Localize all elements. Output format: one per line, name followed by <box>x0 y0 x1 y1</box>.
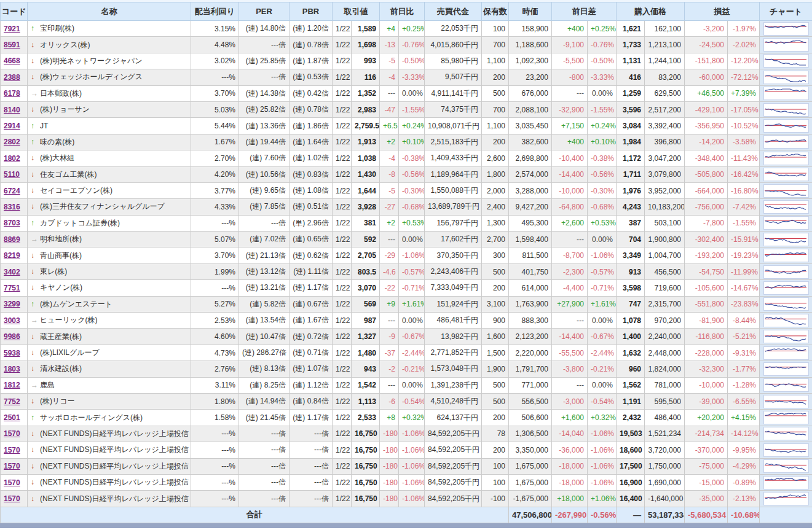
price-sparkline <box>763 459 809 473</box>
stock-code-link[interactable]: 5110 <box>4 170 20 179</box>
purchase-unit-price: 4,243 <box>617 199 645 215</box>
down-arrow-icon: ↓ <box>31 332 40 341</box>
market-value: 556,500 <box>509 393 552 409</box>
purchase-price: 1,750,000 <box>645 458 685 474</box>
purchase-unit-price: 3,598 <box>617 280 645 296</box>
pbr-value: (連) 1.17倍 <box>290 410 333 426</box>
stock-code-link[interactable]: 1570 <box>4 446 20 454</box>
stock-code-link[interactable]: 6178 <box>4 89 20 98</box>
stock-code-link[interactable]: 1802 <box>4 154 20 163</box>
stock-name-cell: ↓(株)三井住友フィナンシャルグループ <box>28 199 191 215</box>
stock-row: 4668↓(株)明光ネットワークジャパン3.02%(連) 25.85倍(連) 1… <box>1 53 812 69</box>
day-diff-pct: +0.25% <box>588 21 617 37</box>
trade-date: 1/22 <box>333 329 352 345</box>
dividend-yield: 3.15% <box>191 21 239 37</box>
stock-code-link[interactable]: 1570 <box>4 429 20 438</box>
stock-name: 味の素(株) <box>40 138 74 146</box>
purchase-unit-price: 1,984 <box>617 134 645 150</box>
market-value: 2,088,100 <box>509 101 552 117</box>
stock-code-link[interactable]: 1803 <box>4 365 20 373</box>
price-sparkline <box>763 38 809 52</box>
day-diff: -55,500 <box>552 345 588 360</box>
dividend-yield: 3.70% <box>191 85 239 101</box>
day-change: -27 <box>380 199 399 215</box>
dividend-yield: 5.27% <box>191 296 239 312</box>
trading-volume: 85,980千円 <box>425 53 482 69</box>
stock-code-link[interactable]: 7752 <box>4 397 20 406</box>
price-sparkline <box>763 119 809 133</box>
day-diff-pct: +0.24% <box>588 118 617 134</box>
day-change-pct: -0.50% <box>399 53 425 69</box>
stock-row: 5938↓(株)LIXILグループ4.73%(連) 286.27倍(連) 0.7… <box>1 345 812 360</box>
chart-cell <box>760 263 812 279</box>
stock-code-cell: 1570 <box>1 458 28 474</box>
holdings: 200 <box>482 69 509 85</box>
profit-loss-pct: -6.55% <box>728 393 760 409</box>
down-arrow-icon: ↓ <box>31 364 40 373</box>
stock-code-link[interactable]: 7921 <box>4 25 20 33</box>
stock-code-link[interactable]: 8316 <box>4 203 20 211</box>
trade-date: 1/22 <box>333 474 352 490</box>
day-diff: -18,000 <box>552 474 588 490</box>
day-diff: +1,600 <box>552 410 588 426</box>
purchase-price: 3,392,400 <box>645 118 685 134</box>
dividend-yield: ---% <box>191 426 239 442</box>
holdings: 1,300 <box>482 215 509 231</box>
stock-code-link[interactable]: 2914 <box>4 122 20 130</box>
stock-name-cell: ↑(株)ムゲンエステート <box>28 296 191 312</box>
per-value: (連) 10.56倍 <box>239 166 290 182</box>
stock-code-link[interactable]: 1570 <box>4 494 20 503</box>
day-diff: -4,400 <box>552 280 588 296</box>
profit-loss-pct: -9.95% <box>728 442 760 458</box>
stock-code-link[interactable]: 9986 <box>4 332 20 341</box>
dividend-yield: 1.80% <box>191 393 239 409</box>
trading-volume: 370,350千円 <box>425 247 482 263</box>
down-arrow-icon: ↓ <box>31 283 40 292</box>
trading-volume: 156,797千円 <box>425 215 482 231</box>
stock-code-link[interactable]: 8869 <box>4 235 20 244</box>
stock-name-cell: ↓(株)リコー <box>28 393 191 409</box>
trade-price: 116 <box>352 69 380 85</box>
day-diff: --- <box>552 232 588 247</box>
holdings: 200 <box>482 410 509 426</box>
stock-code-link[interactable]: 2501 <box>4 413 20 422</box>
pbr-value: (連) 0.42倍 <box>290 85 333 101</box>
purchase-price: 2,448,000 <box>645 345 685 360</box>
per-value: ---倍 <box>239 458 290 474</box>
pbr-value: (連) 1.02倍 <box>290 150 333 166</box>
stock-code-link[interactable]: 8140 <box>4 106 20 114</box>
trade-price: 1,644 <box>352 182 380 198</box>
stock-code-link[interactable]: 4668 <box>4 57 20 65</box>
per-value: ---倍 <box>239 491 290 507</box>
stock-code-link[interactable]: 6724 <box>4 187 20 195</box>
dividend-yield: 3.02% <box>191 53 239 69</box>
profit-loss: -429,100 <box>685 101 728 117</box>
stock-code-link[interactable]: 3003 <box>4 316 20 325</box>
stock-code-link[interactable]: 8703 <box>4 219 20 227</box>
stock-code-link[interactable]: 8219 <box>4 251 20 260</box>
stock-code-link[interactable]: 1570 <box>4 462 20 470</box>
day-change-pct: -0.21% <box>399 361 425 377</box>
purchase-price: 486,400 <box>645 410 685 426</box>
day-diff: -3,000 <box>552 393 588 409</box>
stock-code-link[interactable]: 2802 <box>4 138 20 146</box>
price-sparkline <box>763 71 809 84</box>
stock-code-link[interactable]: 1812 <box>4 381 20 389</box>
stock-code-link[interactable]: 7751 <box>4 284 20 292</box>
stock-code-link[interactable]: 2388 <box>4 73 20 82</box>
stock-code-link[interactable]: 1570 <box>4 478 20 487</box>
stock-code-cell: 1570 <box>1 426 28 442</box>
day-diff: +27,900 <box>552 296 588 312</box>
price-sparkline <box>763 297 809 311</box>
trade-price: 16,750 <box>352 474 380 490</box>
chart-cell <box>760 247 812 263</box>
day-change-pct: -0.76% <box>399 37 425 53</box>
per-value: (連) 25.82倍 <box>239 101 290 117</box>
stock-code-link[interactable]: 5938 <box>4 349 20 357</box>
chart-cell <box>760 458 812 474</box>
stock-code-link[interactable]: 3402 <box>4 268 20 276</box>
stock-name: 蔵王産業(株) <box>40 332 82 341</box>
trade-date: 1/22 <box>333 85 352 101</box>
stock-code-link[interactable]: 3299 <box>4 300 20 308</box>
stock-code-link[interactable]: 8591 <box>4 41 20 49</box>
